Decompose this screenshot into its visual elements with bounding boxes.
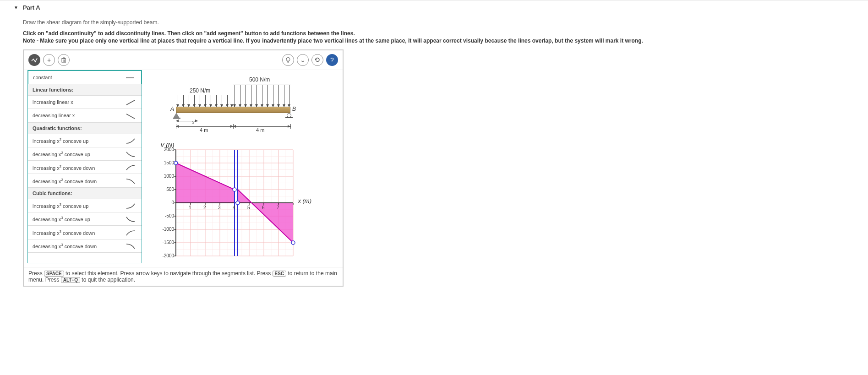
menu-header-cubic: Cubic functions: — [28, 188, 142, 199]
key-esc: ESC — [273, 271, 287, 277]
dec-q-cdn-icon — [124, 177, 137, 184]
instructions-line-2: Note - Make sure you place only one vert… — [23, 38, 850, 44]
reset-icon — [314, 57, 321, 63]
svg-line-3 — [126, 100, 135, 105]
menu-label: increasing x3 concave up — [33, 202, 88, 209]
svg-point-64 — [291, 241, 295, 245]
svg-point-1 — [286, 58, 290, 61]
ytick: 2000 — [158, 147, 174, 152]
menu-label: decreasing x2 concave up — [33, 151, 90, 157]
menu-label: decreasing x2 concave down — [33, 178, 97, 184]
load1-label: 250 N/m — [190, 87, 210, 94]
menu-label: decreasing linear x — [33, 113, 75, 118]
ytick: 0 — [158, 200, 174, 205]
draw-tool-button[interactable] — [28, 54, 40, 66]
dropdown-button[interactable]: ⌄ — [297, 54, 309, 66]
beam-figure: 250 N/m 500 N/m — [162, 75, 300, 139]
dec-c-cdn-icon — [124, 242, 137, 250]
xtick: 4 — [233, 205, 235, 210]
support-roller-icon — [287, 113, 293, 118]
canvas-area: 250 N/m 500 N/m — [146, 70, 343, 267]
xtick: 3 — [218, 205, 221, 210]
chevron-down-icon: ⌄ — [300, 56, 306, 64]
xtick: 6 — [262, 205, 265, 210]
point-A: A — [170, 106, 174, 112]
key-space: SPACE — [44, 271, 64, 277]
menu-inc-x3-concave-down[interactable]: increasing x3 concave down — [28, 226, 142, 239]
svg-point-62 — [233, 188, 236, 191]
menu-inc-x3-concave-up[interactable]: increasing x3 concave up — [28, 199, 142, 212]
instructions-line-1: Click on "add discontinuity" to add disc… — [23, 30, 850, 37]
delete-button[interactable] — [58, 54, 70, 66]
part-header[interactable]: ▼ Part A — [0, 0, 868, 15]
svg-line-4 — [126, 114, 135, 119]
menu-header-linear: Linear functions: — [28, 84, 142, 96]
menu-constant[interactable]: constant — [28, 71, 142, 84]
menu-label: increasing x2 concave up — [33, 137, 88, 144]
shear-graph[interactable]: V (N) x (m) — [158, 143, 309, 262]
inc-q-cup-icon — [124, 137, 137, 144]
span2: 4 m — [256, 127, 264, 133]
inc-linear-icon — [124, 98, 137, 106]
ytick: -500 — [158, 213, 174, 218]
prompt-text: Draw the shear diagram for the simply-su… — [23, 19, 850, 26]
inc-c-cup-icon — [124, 202, 137, 209]
key-altq: ALT+Q — [61, 277, 80, 283]
beam-bar — [176, 107, 290, 113]
x-var-label: x — [192, 120, 195, 125]
menu-inc-x2-concave-up[interactable]: increasing x2 concave up — [28, 134, 142, 147]
ytick: 500 — [158, 187, 174, 192]
question-icon: ? — [330, 56, 334, 64]
svg-point-63 — [236, 201, 240, 205]
svg-point-61 — [174, 161, 178, 165]
inc-q-cdn-icon — [124, 163, 137, 171]
part-label: Part A — [23, 4, 40, 11]
span1: 4 m — [200, 127, 208, 133]
ytick: 1500 — [158, 160, 174, 165]
dec-q-cup-icon — [124, 150, 137, 158]
ytick: -1000 — [158, 227, 174, 232]
menu-dec-x2-concave-down[interactable]: decreasing x2 concave down — [28, 174, 142, 187]
menu-label: constant — [33, 75, 52, 80]
reset-button[interactable] — [311, 54, 323, 66]
menu-dec-x3-concave-down[interactable]: decreasing x3 concave down — [28, 239, 142, 253]
help-button[interactable]: ? — [326, 54, 338, 66]
point-B: B — [292, 106, 296, 112]
xtick: 1 — [189, 205, 191, 210]
menu-label: decreasing x3 concave down — [33, 243, 97, 249]
menu-decreasing-linear[interactable]: decreasing linear x — [28, 109, 142, 122]
collapse-icon: ▼ — [14, 5, 18, 10]
xtick: 7 — [277, 205, 279, 210]
keyboard-hint: Press SPACE to select this element. Pres… — [24, 267, 343, 286]
toolbar: + ⌄ ? — [24, 50, 343, 70]
drawing-widget: + ⌄ ? constant — [23, 49, 344, 287]
menu-increasing-linear[interactable]: increasing linear x — [28, 96, 142, 109]
menu-label: increasing x3 concave down — [33, 229, 95, 236]
menu-header-quadratic: Quadratic functions: — [28, 123, 142, 134]
menu-dec-x3-concave-up[interactable]: decreasing x3 concave up — [28, 212, 142, 226]
graph-svg — [158, 143, 309, 262]
menu-label: increasing x2 concave down — [33, 164, 95, 171]
xtick: 5 — [247, 205, 250, 210]
function-menu: constant Linear functions: increasing li… — [27, 70, 142, 263]
menu-label: increasing linear x — [33, 99, 73, 105]
dec-linear-icon — [124, 112, 137, 119]
draw-icon — [31, 56, 38, 64]
lightbulb-icon — [285, 57, 291, 63]
load2-label: 500 N/m — [249, 76, 270, 83]
menu-label: decreasing x3 concave up — [33, 216, 90, 222]
inc-c-cdn-icon — [124, 228, 137, 236]
x-axis-label: x (m) — [298, 197, 311, 204]
dec-c-cup-icon — [124, 215, 137, 223]
xtick: 2 — [203, 205, 206, 210]
ytick: 1000 — [158, 174, 174, 179]
plus-icon: + — [47, 56, 51, 64]
hint-button[interactable] — [282, 54, 294, 66]
menu-inc-x2-concave-down[interactable]: increasing x2 concave down — [28, 161, 142, 174]
trash-icon — [60, 57, 67, 63]
add-button[interactable]: + — [43, 54, 55, 66]
menu-dec-x2-concave-up[interactable]: decreasing x2 concave up — [28, 147, 142, 161]
constant-glyph-icon — [124, 74, 136, 81]
ytick: -1500 — [158, 240, 174, 245]
ytick: -2000 — [158, 253, 174, 258]
